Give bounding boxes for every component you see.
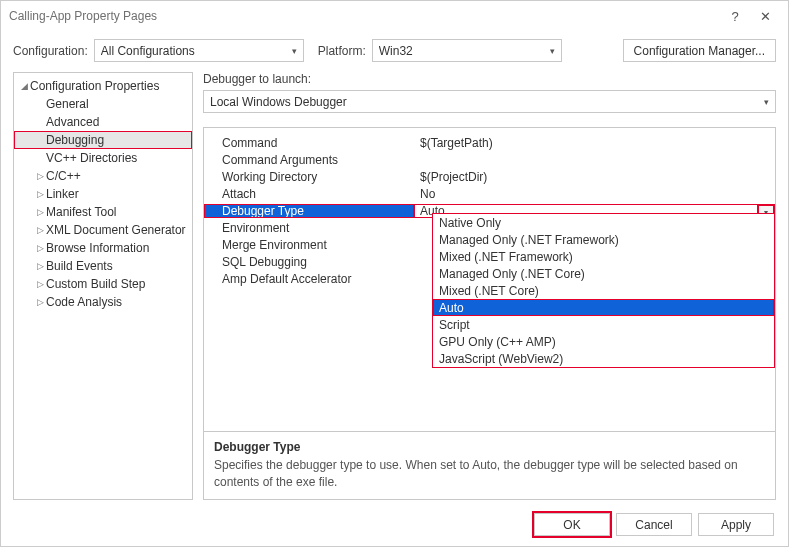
expand-icon[interactable]: ▷ <box>34 171 46 181</box>
chevron-down-icon: ▾ <box>292 46 297 56</box>
tree-item-label: Code Analysis <box>46 295 122 309</box>
grid-cell-name: Command <box>204 136 414 150</box>
dropdown-option[interactable]: GPU Only (C++ AMP) <box>433 333 774 350</box>
property-grid[interactable]: Command$(TargetPath)Command ArgumentsWor… <box>204 128 775 431</box>
grid-cell-name: Merge Environment <box>204 238 414 252</box>
tree-item-label: XML Document Generator <box>46 223 186 237</box>
dialog-footer: OK Cancel Apply <box>534 513 774 536</box>
grid-row-working-directory[interactable]: Working Directory$(ProjectDir) <box>204 168 775 185</box>
platform-combo[interactable]: Win32 ▾ <box>372 39 562 62</box>
debugger-launch-value: Local Windows Debugger <box>210 95 760 109</box>
titlebar: Calling-App Property Pages ? ✕ <box>1 1 788 31</box>
dropdown-option[interactable]: Native Only <box>433 214 774 231</box>
dropdown-option[interactable]: Managed Only (.NET Framework) <box>433 231 774 248</box>
window-title: Calling-App Property Pages <box>9 9 720 23</box>
tree-item-vc-directories[interactable]: VC++ Directories <box>14 149 192 167</box>
dropdown-option[interactable]: Mixed (.NET Core) <box>433 282 774 299</box>
dropdown-option[interactable]: JavaScript (WebView2) <box>433 350 774 367</box>
tree-item-advanced[interactable]: Advanced <box>14 113 192 131</box>
collapse-icon[interactable]: ◢ <box>18 81 30 91</box>
dropdown-option[interactable]: Script <box>433 316 774 333</box>
tree-item-label: VC++ Directories <box>46 151 137 165</box>
chevron-down-icon: ▾ <box>764 97 769 107</box>
grid-row-attach[interactable]: AttachNo <box>204 185 775 202</box>
grid-row-command[interactable]: Command$(TargetPath) <box>204 134 775 151</box>
expand-icon[interactable]: ▷ <box>34 279 46 289</box>
grid-cell-name: Working Directory <box>204 170 414 184</box>
tree-item-label: Build Events <box>46 259 113 273</box>
tree-item-code-analysis[interactable]: ▷Code Analysis <box>14 293 192 311</box>
expand-icon[interactable]: ▷ <box>34 243 46 253</box>
debugger-launch-combo[interactable]: Local Windows Debugger ▾ <box>203 90 776 113</box>
debugger-type-dropdown[interactable]: Native OnlyManaged Only (.NET Framework)… <box>432 213 775 368</box>
grid-cell-name: SQL Debugging <box>204 255 414 269</box>
dropdown-option[interactable]: Managed Only (.NET Core) <box>433 265 774 282</box>
grid-cell-name: Attach <box>204 187 414 201</box>
tree-item-label: Browse Information <box>46 241 149 255</box>
grid-cell-value: $(TargetPath) <box>414 136 775 150</box>
tree-item-label: Advanced <box>46 115 99 129</box>
grid-cell-name: Amp Default Accelerator <box>204 272 414 286</box>
dropdown-option[interactable]: Mixed (.NET Framework) <box>433 248 774 265</box>
config-tree[interactable]: ◢ Configuration Properties GeneralAdvanc… <box>13 72 193 500</box>
ok-button[interactable]: OK <box>534 513 610 536</box>
tree-item-label: Linker <box>46 187 79 201</box>
description-heading: Debugger Type <box>214 440 765 454</box>
tree-item-label: General <box>46 97 89 111</box>
tree-item-custom-build-step[interactable]: ▷Custom Build Step <box>14 275 192 293</box>
expand-icon[interactable]: ▷ <box>34 261 46 271</box>
config-row: Configuration: All Configurations ▾ Plat… <box>1 31 788 72</box>
expand-icon[interactable]: ▷ <box>34 207 46 217</box>
help-icon[interactable]: ? <box>720 9 750 24</box>
tree-item-linker[interactable]: ▷Linker <box>14 185 192 203</box>
tree-item-c-c-[interactable]: ▷C/C++ <box>14 167 192 185</box>
chevron-down-icon: ▾ <box>550 46 555 56</box>
grid-row-command-arguments[interactable]: Command Arguments <box>204 151 775 168</box>
property-grid-container: Command$(TargetPath)Command ArgumentsWor… <box>203 127 776 500</box>
grid-cell-value: No <box>414 187 775 201</box>
description-panel: Debugger Type Specifies the debugger typ… <box>204 431 775 499</box>
tree-item-label: Manifest Tool <box>46 205 116 219</box>
grid-cell-value: $(ProjectDir) <box>414 170 775 184</box>
tree-item-browse-information[interactable]: ▷Browse Information <box>14 239 192 257</box>
tree-item-build-events[interactable]: ▷Build Events <box>14 257 192 275</box>
cancel-button[interactable]: Cancel <box>616 513 692 536</box>
grid-cell-name: Debugger Type <box>204 204 414 218</box>
tree-item-general[interactable]: General <box>14 95 192 113</box>
tree-item-label: Custom Build Step <box>46 277 145 291</box>
tree-item-label: C/C++ <box>46 169 81 183</box>
grid-cell-name: Command Arguments <box>204 153 414 167</box>
expand-icon[interactable]: ▷ <box>34 225 46 235</box>
grid-cell-name: Environment <box>204 221 414 235</box>
expand-icon[interactable]: ▷ <box>34 189 46 199</box>
debugger-launch-label: Debugger to launch: <box>203 72 776 86</box>
config-label: Configuration: <box>13 44 88 58</box>
close-icon[interactable]: ✕ <box>750 9 780 24</box>
tree-root[interactable]: ◢ Configuration Properties <box>14 77 192 95</box>
expand-icon[interactable]: ▷ <box>34 297 46 307</box>
description-text: Specifies the debugger type to use. When… <box>214 457 765 491</box>
tree-item-manifest-tool[interactable]: ▷Manifest Tool <box>14 203 192 221</box>
platform-label: Platform: <box>318 44 366 58</box>
tree-item-label: Debugging <box>46 133 104 147</box>
config-value: All Configurations <box>101 44 288 58</box>
platform-value: Win32 <box>379 44 546 58</box>
apply-button: Apply <box>698 513 774 536</box>
tree-item-xml-document-generator[interactable]: ▷XML Document Generator <box>14 221 192 239</box>
tree-item-debugging[interactable]: Debugging <box>14 131 192 149</box>
config-combo[interactable]: All Configurations ▾ <box>94 39 304 62</box>
config-manager-button[interactable]: Configuration Manager... <box>623 39 776 62</box>
dropdown-option[interactable]: Auto <box>433 299 774 316</box>
